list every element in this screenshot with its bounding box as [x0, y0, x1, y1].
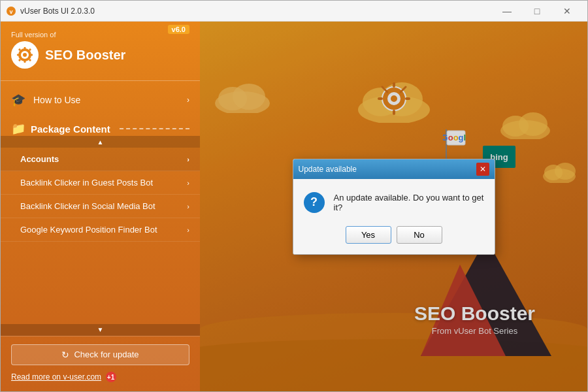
google-keyword-label: Google Keyword Position Finder Bot [20, 225, 157, 235]
dialog-close-button[interactable]: ✕ [476, 163, 489, 176]
sidebar-item-how-to-use[interactable]: 🎓 How to Use › [1, 85, 200, 115]
dialog-yes-button[interactable]: Yes [346, 226, 391, 244]
package-section-label: Package Content [31, 123, 110, 135]
folder-icon: 📁 [11, 122, 25, 136]
update-dialog: Update available ✕ ? An update available… [293, 159, 495, 255]
minimize-button[interactable]: — [492, 1, 522, 22]
sidebar-item-backlink-guest[interactable]: Backlink Clicker in Guest Posts Bot › [1, 171, 200, 195]
dialog-info-icon: ? [304, 192, 325, 213]
section-dashes [120, 128, 189, 129]
dialog-buttons: Yes No [304, 226, 484, 244]
read-more-link[interactable]: Read more on v-user.com [11, 372, 101, 382]
svg-rect-5 [24, 47, 26, 50]
app-icon: v [6, 6, 16, 16]
sidebar-app-title: SEO Booster [45, 48, 125, 63]
dialog-title: Update available [299, 165, 357, 174]
backlink-guest-label: Backlink Clicker in Guest Posts Bot [20, 178, 153, 188]
dialog-overlay: Update available ✕ ? An update available… [200, 22, 587, 391]
sidebar-item-accounts[interactable]: Accounts › [1, 148, 200, 171]
close-button[interactable]: ✕ [552, 1, 582, 22]
dialog-message-row: ? An update available. Do you want to ge… [304, 192, 484, 213]
dialog-body: ? An update available. Do you want to ge… [293, 179, 495, 254]
logo-row: SEO Booster [11, 41, 189, 69]
backlink-social-chevron-icon: › [187, 203, 189, 210]
notification-badge: +1 [106, 372, 116, 382]
main-content: Google bing [200, 22, 587, 391]
svg-text:v: v [9, 8, 12, 15]
dialog-no-button[interactable]: No [397, 226, 442, 244]
titlebar: v vUser Bots UI 2.0.3.0 — □ ✕ [1, 1, 587, 22]
package-section: 📁 Package Content [1, 115, 200, 136]
svg-point-4 [23, 53, 27, 57]
titlebar-left: v vUser Bots UI 2.0.3.0 [6, 6, 95, 16]
dialog-message: An update available. Do you want to get … [334, 193, 484, 212]
scroll-up-arrow[interactable]: ▲ [1, 136, 200, 148]
version-badge: v6.0 [168, 25, 189, 34]
logo-icon [15, 45, 35, 65]
app-body: Full version of v6.0 [1, 22, 587, 391]
accounts-chevron-icon: › [187, 155, 189, 163]
google-keyword-chevron-icon: › [187, 226, 189, 234]
how-to-use-label: How to Use [33, 95, 80, 105]
backlink-guest-chevron-icon: › [187, 179, 189, 187]
backlink-social-label: Backlink Clicker in Social Media Bot [20, 201, 155, 211]
check-update-label: Check for update [74, 350, 139, 359]
svg-rect-6 [24, 60, 26, 63]
maximize-button[interactable]: □ [522, 1, 552, 22]
window-title: vUser Bots UI 2.0.3.0 [20, 7, 95, 16]
accounts-label: Accounts [20, 154, 59, 164]
window-controls: — □ ✕ [492, 1, 582, 22]
chevron-right-icon: › [187, 95, 189, 105]
logo-circle [11, 41, 39, 69]
scroll-down-arrow[interactable]: ▼ [1, 324, 200, 336]
refresh-icon: ↻ [61, 350, 69, 360]
package-label: 📁 Package Content [11, 122, 189, 136]
check-update-button[interactable]: ↻ Check for update [11, 344, 189, 365]
app-window: v vUser Bots UI 2.0.3.0 — □ ✕ Full versi… [0, 0, 588, 392]
sidebar: Full version of v6.0 [1, 22, 200, 391]
dialog-titlebar: Update available ✕ [293, 159, 495, 179]
graduation-cap-icon: 🎓 [11, 93, 25, 107]
full-version-label: Full version of [11, 31, 56, 39]
svg-rect-7 [17, 54, 20, 56]
sidebar-header: Full version of v6.0 [1, 22, 200, 76]
sidebar-item-google-keyword[interactable]: Google Keyword Position Finder Bot › [1, 218, 200, 242]
read-more-row: Read more on v-user.com +1 [11, 370, 189, 383]
sidebar-item-backlink-social[interactable]: Backlink Clicker in Social Media Bot › [1, 195, 200, 218]
sidebar-scroll-area: Accounts › Backlink Clicker in Guest Pos… [1, 148, 200, 324]
sidebar-top-divider [1, 80, 200, 81]
svg-rect-8 [30, 54, 33, 56]
sidebar-footer: ↻ Check for update Read more on v-user.c… [1, 336, 200, 392]
